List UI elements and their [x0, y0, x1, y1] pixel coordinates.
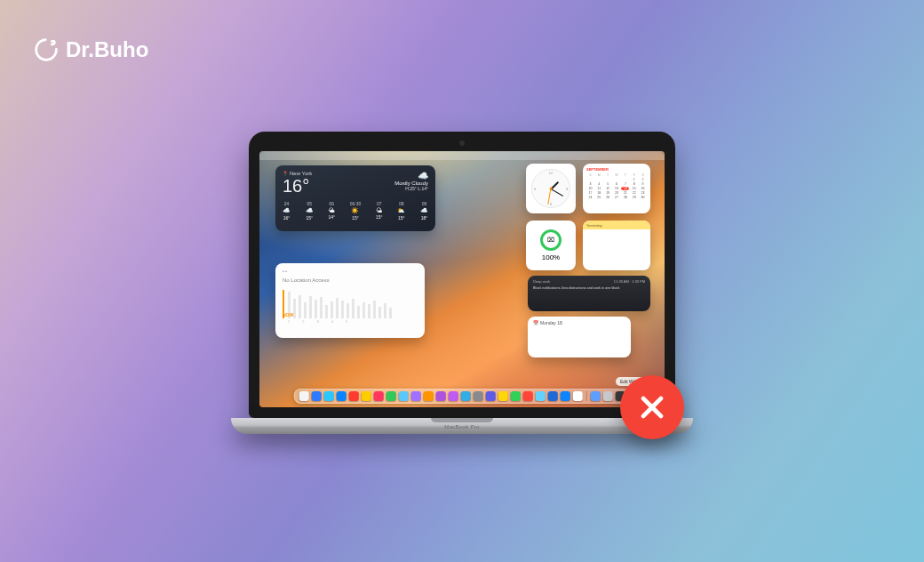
- dock-app-icon[interactable]: [324, 391, 334, 401]
- screentime-bar: [373, 301, 376, 318]
- dock-app-icon[interactable]: [486, 391, 496, 401]
- calendar-day: [586, 178, 594, 181]
- laptop-lid: New York 16° ☁️ Mostly Cloudy H:25° L:14…: [249, 132, 675, 418]
- dock-app-icon[interactable]: [312, 391, 322, 401]
- screentime-title: No Location Access: [283, 277, 418, 283]
- weather-hour-icon: ☁️: [306, 207, 314, 214]
- notes-header: Yesterday: [583, 221, 650, 229]
- weather-hour-item: 05☁️15°: [306, 201, 314, 221]
- calendar-day: 21: [621, 191, 629, 195]
- calendar-day: 10: [586, 187, 594, 190]
- dock-app-icon[interactable]: [424, 391, 434, 401]
- dock-app-icon[interactable]: [461, 391, 471, 401]
- calendar-dow: W: [613, 173, 621, 177]
- weather-widget[interactable]: New York 16° ☁️ Mostly Cloudy H:25° L:14…: [275, 165, 435, 231]
- calendar-day: 18: [595, 191, 603, 195]
- hour-time: 24: [284, 201, 290, 206]
- screentime-bar: [389, 308, 392, 318]
- calendar-day: 2: [639, 178, 647, 181]
- calendar-dow: T: [604, 173, 612, 177]
- calendar-day: 16: [639, 187, 647, 190]
- weather-location: New York: [283, 171, 312, 176]
- calendar-day: 5: [604, 182, 612, 186]
- screentime-bar: [331, 301, 333, 318]
- calendar-day: 29: [630, 196, 638, 199]
- dock-app-icon[interactable]: [299, 391, 309, 401]
- clock-numeral: 12: [549, 171, 553, 175]
- screentime-now-label: NOW: [283, 312, 418, 317]
- close-icon: [637, 392, 667, 422]
- dock-app-icon[interactable]: [374, 391, 384, 401]
- dock-app-icon[interactable]: [436, 391, 446, 401]
- notes-widget[interactable]: Yesterday: [583, 221, 650, 270]
- hour-time: 08: [399, 201, 404, 206]
- hour-time: 06: [329, 201, 334, 206]
- dock-app-icon[interactable]: [573, 391, 583, 401]
- dock-app-icon[interactable]: [411, 391, 421, 401]
- calendar-widget[interactable]: SEPTEMBER SMTWTFS12345678910111213141516…: [583, 164, 650, 213]
- dock-app-icon[interactable]: [498, 391, 508, 401]
- widget-drag-handle-icon: ••: [283, 269, 418, 274]
- page-background: Dr.Buho New York 16° ☁️ Mostly Cloud: [0, 0, 924, 562]
- screentime-bar: [304, 302, 307, 318]
- calendar-dow: F: [630, 173, 638, 177]
- calendar-day: 30: [639, 196, 647, 199]
- calendar-dow: M: [595, 173, 603, 177]
- weather-hour-icon: ☁️: [283, 207, 291, 214]
- screentime-bar: [341, 301, 344, 318]
- dock-app-icon[interactable]: [399, 391, 409, 401]
- focus-widget[interactable]: Deep work 11:30 AM · 1:30 PM Block notif…: [528, 276, 650, 311]
- clock-hour-hand: [550, 181, 559, 190]
- axis-tick: 5: [346, 319, 347, 324]
- weather-hilo: H:25° L:14°: [394, 186, 428, 191]
- macos-dock[interactable]: [294, 389, 631, 404]
- calendar-day: 27: [613, 196, 621, 199]
- hour-temp: 14°: [328, 214, 335, 220]
- agenda-widget[interactable]: Monday 18: [528, 317, 631, 357]
- screentime-bar: [346, 303, 349, 318]
- weather-hour-icon: ☁️: [420, 207, 428, 214]
- weather-hour-item: 08⛅15°: [397, 201, 405, 221]
- weather-hour-icon: 🌥: [329, 207, 335, 213]
- dock-app-icon[interactable]: [523, 391, 533, 401]
- dock-app-icon[interactable]: [474, 391, 483, 401]
- dock-app-icon[interactable]: [362, 391, 371, 401]
- calendar-day: [621, 178, 629, 181]
- calendar-dow: T: [621, 173, 629, 177]
- calendar-day: 11: [595, 187, 603, 190]
- dock-app-icon[interactable]: [590, 391, 600, 401]
- dock-app-icon[interactable]: [511, 391, 521, 401]
- calendar-month: SEPTEMBER: [586, 167, 609, 172]
- axis-tick: 1: [288, 319, 290, 324]
- dock-app-icon[interactable]: [548, 391, 558, 401]
- calendar-day: [604, 178, 612, 181]
- calendar-day: 1: [630, 178, 638, 181]
- weather-hour-item: 07🌤15°: [376, 201, 383, 221]
- dock-app-icon[interactable]: [386, 391, 396, 401]
- weather-hour-icon: ☀️: [351, 207, 359, 214]
- dock-app-icon[interactable]: [449, 391, 458, 401]
- battery-widget[interactable]: ⌧ 100%: [526, 221, 576, 270]
- calendar-day: 17: [586, 191, 594, 195]
- calendar-day: 8: [630, 182, 638, 186]
- dock-app-icon[interactable]: [337, 391, 346, 401]
- screentime-bar: [384, 303, 386, 318]
- dock-separator: [586, 391, 587, 401]
- dock-app-icon[interactable]: [349, 391, 359, 401]
- calendar-grid: SMTWTFS123456789101112131415161718192021…: [586, 173, 647, 200]
- battery-ring-icon: ⌧: [540, 229, 562, 251]
- weather-hour-icon: 🌤: [376, 207, 382, 213]
- laptop-glyph-icon: ⌧: [547, 237, 554, 244]
- dock-app-icon[interactable]: [602, 391, 612, 401]
- screentime-widget[interactable]: •• No Location Access NOW 12345: [275, 263, 425, 338]
- weather-temperature: 16°: [283, 176, 312, 196]
- screentime-bar: [320, 297, 323, 318]
- analog-clock-icon: 12 3 6 9: [531, 169, 570, 208]
- clock-widget[interactable]: 12 3 6 9: [526, 164, 576, 213]
- calendar-day: 9: [639, 182, 647, 186]
- brand-mark-icon: [34, 37, 59, 62]
- dock-app-icon[interactable]: [536, 391, 546, 401]
- hour-temp: 15°: [398, 215, 405, 221]
- macos-desktop: New York 16° ☁️ Mostly Cloudy H:25° L:14…: [259, 151, 665, 407]
- dock-app-icon[interactable]: [561, 391, 570, 401]
